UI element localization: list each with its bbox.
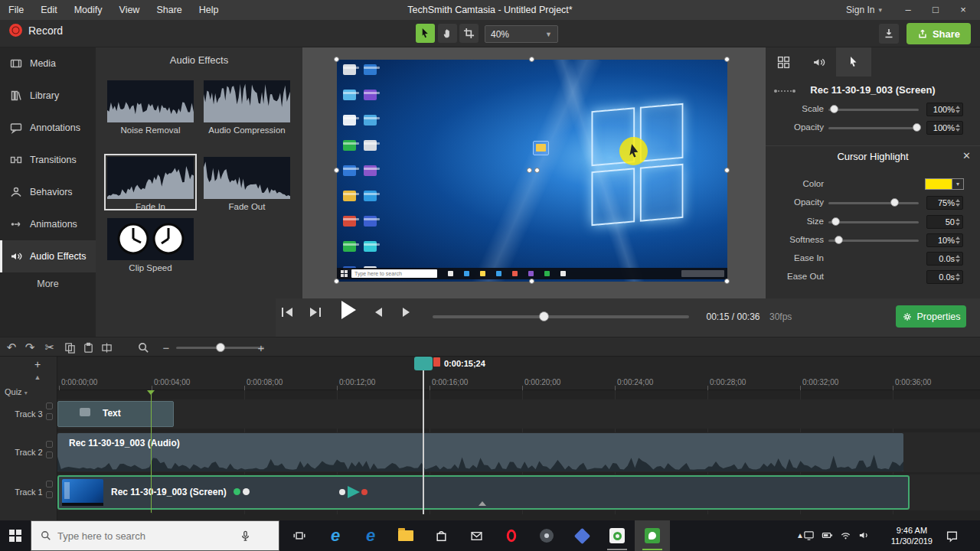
playhead-line[interactable] — [423, 370, 424, 514]
taskbar-icon-visual-studio[interactable] — [564, 520, 599, 551]
quiz-dropdown[interactable]: Quiz ▾ — [5, 387, 28, 396]
seek-bar[interactable] — [433, 315, 689, 318]
highlight-opacity-spinbox[interactable]: 75% — [926, 196, 963, 210]
taskbar-icon-app-dark[interactable] — [529, 520, 564, 551]
resize-handle-s[interactable] — [529, 279, 534, 284]
copy-button[interactable] — [63, 341, 77, 354]
animation-arrow-icon[interactable] — [348, 486, 360, 498]
scale-slider-handle[interactable] — [830, 105, 838, 113]
sidebar-item-animations[interactable]: Animations — [0, 208, 96, 240]
export-button[interactable] — [879, 24, 899, 44]
opacity-slider[interactable] — [828, 127, 919, 129]
audio-clip[interactable]: Rec 11-30-19_003 (Audio) — [57, 433, 903, 471]
highlight-opacity-slider-handle[interactable] — [890, 198, 899, 207]
effect-marker-dot[interactable] — [243, 488, 250, 495]
crop-tool-button[interactable] — [459, 24, 479, 43]
taskbar-icon-opera[interactable] — [494, 520, 529, 551]
track-2-toggle[interactable] — [46, 441, 53, 448]
jump-to-start-button[interactable] — [282, 308, 292, 317]
opacity-value-spinbox[interactable]: 100% — [926, 121, 963, 135]
wifi-icon[interactable] — [840, 530, 851, 541]
next-frame-button[interactable] — [403, 308, 410, 317]
cursor-tool-button[interactable] — [416, 24, 435, 43]
menu-help[interactable]: Help — [191, 0, 227, 20]
taskbar-search[interactable] — [31, 520, 279, 551]
previous-frame-button[interactable] — [375, 308, 382, 317]
sidebar-more-button[interactable]: More — [0, 272, 96, 295]
softness-spinbox[interactable]: 10% — [926, 233, 963, 247]
resize-handle-n[interactable] — [529, 57, 534, 62]
menu-view[interactable]: View — [111, 0, 149, 20]
add-track-button[interactable]: + — [31, 358, 44, 370]
resize-handle-ne[interactable] — [724, 57, 730, 62]
taskbar-icon-store[interactable] — [423, 520, 459, 551]
opacity-slider-handle[interactable] — [913, 123, 921, 132]
size-slider[interactable] — [828, 221, 919, 223]
menu-edit[interactable]: Edit — [32, 0, 66, 20]
split-button[interactable] — [100, 341, 113, 354]
sidebar-item-behaviors[interactable]: Behaviors — [0, 176, 96, 208]
text-clip[interactable]: Text — [57, 401, 174, 427]
zoom-timeline-button[interactable] — [136, 341, 150, 354]
resize-handle-nw[interactable] — [334, 57, 339, 62]
animation-end-dot[interactable] — [361, 489, 368, 495]
scale-slider[interactable] — [828, 109, 919, 111]
playhead-out-handle[interactable] — [433, 357, 440, 367]
cut-button[interactable]: ✂ — [43, 341, 57, 354]
action-center-icon[interactable] — [946, 530, 959, 543]
taskbar-icon-mail[interactable] — [459, 520, 494, 551]
color-swatch[interactable] — [925, 178, 952, 190]
playhead-handle[interactable] — [414, 357, 433, 370]
taskbar-icon-file-explorer[interactable] — [388, 520, 423, 551]
size-spinbox[interactable]: 50 — [926, 215, 963, 229]
undo-button[interactable]: ↶ — [5, 341, 18, 354]
resize-handle-w[interactable] — [334, 168, 339, 173]
effect-tile-fade-out[interactable]: Fade Out — [204, 157, 290, 211]
taskbar-icon-camtasia-recorder[interactable] — [599, 520, 635, 551]
task-view-button[interactable] — [282, 520, 317, 551]
effect-tile-fade-in[interactable]: Fade In — [107, 157, 194, 211]
paste-button[interactable] — [81, 341, 95, 354]
tab-audio-properties[interactable] — [801, 47, 836, 77]
pan-tool-button[interactable] — [438, 24, 457, 43]
sidebar-item-media[interactable]: Media — [0, 47, 96, 80]
play-button[interactable] — [341, 301, 356, 319]
sidebar-item-audio-effects[interactable]: Audio Effects — [0, 240, 96, 272]
effect-tile-noise-removal[interactable]: Noise Removal — [107, 80, 194, 135]
zoom-out-button[interactable]: − — [159, 341, 173, 354]
volume-icon[interactable] — [858, 530, 870, 541]
menu-modify[interactable]: Modify — [66, 0, 111, 20]
sidebar-item-transitions[interactable]: Transitions — [0, 144, 96, 176]
menu-share[interactable]: Share — [148, 0, 190, 20]
effect-tile-clip-speed[interactable]: Clip Speed — [107, 218, 194, 272]
highlight-opacity-slider[interactable] — [828, 202, 919, 204]
zoom-in-button[interactable]: + — [254, 341, 268, 354]
canvas[interactable]: Type here to search — [302, 47, 766, 298]
center-anchor[interactable] — [527, 168, 532, 173]
media-marker[interactable] — [479, 501, 486, 506]
battery-icon[interactable] — [822, 530, 833, 541]
track-1-toggle[interactable] — [46, 481, 53, 487]
resize-handle-sw[interactable] — [334, 279, 339, 284]
time-ruler[interactable] — [57, 357, 980, 390]
track-2-lock[interactable] — [46, 452, 53, 458]
close-button[interactable]: × — [949, 0, 977, 20]
seek-handle[interactable] — [539, 311, 549, 321]
resize-handle-se[interactable] — [724, 279, 730, 284]
animation-start-dot[interactable] — [339, 489, 345, 495]
tab-visual-properties[interactable] — [766, 47, 801, 77]
taskbar-icon-camtasia[interactable] — [635, 520, 670, 551]
sidebar-item-library[interactable]: Library — [0, 80, 96, 112]
sign-in-button[interactable]: Sign In ▾ — [846, 0, 882, 20]
track-3-toggle[interactable] — [46, 403, 53, 409]
menu-file[interactable]: File — [0, 0, 32, 20]
timeline-zoom-handle[interactable] — [216, 343, 225, 352]
step-button[interactable] — [310, 308, 321, 317]
edit-marker-handle[interactable] — [147, 390, 155, 395]
close-icon[interactable]: ✕ — [962, 150, 971, 161]
redo-button[interactable]: ↷ — [23, 341, 37, 354]
scale-value-spinbox[interactable]: 100% — [926, 103, 963, 116]
effect-tile-audio-compression[interactable]: Audio Compression — [204, 80, 290, 135]
zoom-dropdown[interactable]: 40% ▼ — [485, 25, 558, 43]
minimize-button[interactable]: – — [894, 0, 922, 20]
